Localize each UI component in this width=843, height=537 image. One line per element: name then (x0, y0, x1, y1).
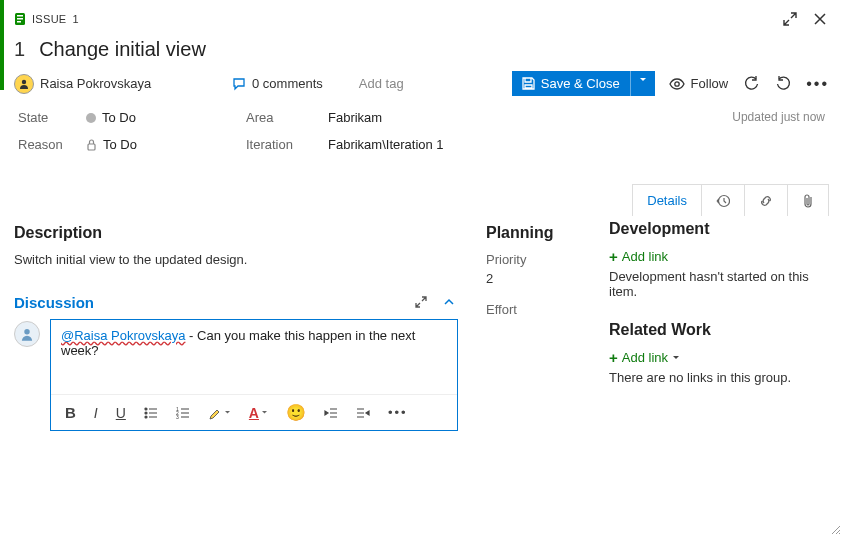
svg-rect-3 (17, 21, 21, 23)
state-text: To Do (102, 110, 136, 125)
related-add-link[interactable]: + Add link (609, 349, 829, 366)
avatar (14, 74, 34, 94)
reason-value[interactable]: To Do (86, 137, 226, 152)
reason-label: Reason (18, 137, 78, 152)
iteration-label: Iteration (246, 137, 316, 152)
assignee-name: Raisa Pokrovskaya (40, 76, 151, 91)
discussion-heading: Discussion (14, 294, 94, 311)
mention[interactable]: @Raisa Pokrovskaya (61, 328, 185, 343)
svg-point-9 (145, 408, 147, 410)
svg-point-5 (674, 81, 678, 85)
save-close-label: Save & Close (541, 76, 620, 91)
description-heading: Description (14, 224, 458, 242)
state-value[interactable]: To Do (86, 110, 226, 125)
close-icon[interactable] (811, 10, 829, 28)
save-close-button[interactable]: Save & Close (512, 71, 630, 96)
save-dropdown[interactable] (630, 71, 655, 96)
resize-grip[interactable] (829, 523, 841, 535)
priority-label: Priority (486, 252, 581, 267)
bullet-list-button[interactable] (144, 407, 158, 419)
priority-value[interactable]: 2 (486, 271, 581, 286)
issue-num-small: 1 (73, 13, 79, 25)
planning-heading: Planning (486, 224, 581, 242)
svg-rect-2 (17, 18, 23, 20)
undo-icon[interactable] (774, 75, 792, 93)
svg-text:3: 3 (176, 414, 179, 419)
editor-toolbar: B I U 123 A (51, 394, 457, 430)
dev-add-link-label: Add link (622, 249, 668, 264)
state-dot-icon (86, 113, 96, 123)
discussion-editor[interactable]: @Raisa Pokrovskaya - Can you make this h… (50, 319, 458, 431)
history-icon (716, 194, 730, 208)
issue-type-label: ISSUE (32, 13, 67, 25)
add-tag[interactable]: Add tag (359, 76, 404, 91)
plus-icon: + (609, 349, 618, 366)
dev-add-link[interactable]: + Add link (609, 248, 829, 265)
number-list-button[interactable]: 123 (176, 407, 190, 419)
follow-button[interactable]: Follow (669, 76, 729, 91)
plus-icon: + (609, 248, 618, 265)
font-color-button[interactable]: A (249, 405, 268, 421)
iteration-value[interactable]: Fabrikam\Iteration 1 (328, 137, 508, 152)
development-heading: Development (609, 220, 829, 238)
tab-attachments[interactable] (788, 185, 828, 216)
tab-details-label: Details (647, 193, 687, 208)
dev-empty-text: Development hasn't started on this item. (609, 269, 829, 299)
side-tabs: Details (632, 184, 829, 216)
expand-icon[interactable] (781, 10, 799, 28)
svg-rect-1 (17, 15, 23, 17)
editor-content[interactable]: @Raisa Pokrovskaya - Can you make this h… (51, 320, 457, 394)
assignee-picker[interactable]: Raisa Pokrovskaya (14, 74, 214, 94)
comment-icon (232, 77, 246, 91)
follow-icon (669, 78, 685, 90)
comments-label: 0 comments (252, 76, 323, 91)
area-label: Area (246, 110, 316, 125)
current-user-avatar (14, 321, 40, 347)
updated-label: Updated just now (732, 110, 829, 124)
follow-label: Follow (691, 76, 729, 91)
refresh-icon[interactable] (742, 75, 760, 93)
highlight-button[interactable] (208, 406, 231, 420)
discussion-expand-icon[interactable] (412, 293, 430, 311)
discussion-collapse-icon[interactable] (440, 293, 458, 311)
breadcrumb: ISSUE 1 (14, 12, 79, 26)
outdent-button[interactable] (324, 407, 338, 419)
related-empty-text: There are no links in this group. (609, 370, 829, 385)
save-close-split: Save & Close (512, 71, 655, 96)
iteration-text: Fabrikam\Iteration 1 (328, 137, 444, 152)
svg-point-4 (22, 79, 26, 83)
tab-history[interactable] (702, 185, 745, 216)
issue-id: 1 (14, 38, 25, 61)
svg-rect-6 (88, 144, 95, 150)
italic-button[interactable]: I (94, 405, 98, 421)
svg-point-10 (145, 412, 147, 414)
area-text: Fabrikam (328, 110, 382, 125)
area-value[interactable]: Fabrikam (328, 110, 508, 125)
attachment-icon (802, 193, 814, 208)
more-formatting[interactable]: ••• (388, 405, 408, 420)
issue-title[interactable]: Change initial view (39, 38, 206, 61)
link-icon (759, 194, 773, 208)
description-text[interactable]: Switch initial view to the updated desig… (14, 252, 458, 267)
reason-text: To Do (103, 137, 137, 152)
effort-label: Effort (486, 302, 581, 317)
related-add-link-label: Add link (622, 350, 668, 365)
comments-count[interactable]: 0 comments (232, 76, 323, 91)
indent-button[interactable] (356, 407, 370, 419)
state-label: State (18, 110, 78, 125)
more-actions[interactable]: ••• (806, 75, 829, 93)
save-icon (522, 77, 535, 90)
underline-button[interactable]: U (116, 405, 126, 421)
svg-point-11 (145, 416, 147, 418)
emoji-button[interactable]: 🙂 (286, 403, 306, 422)
related-heading: Related Work (609, 321, 829, 339)
issue-type-icon (14, 12, 26, 26)
accent-bar (0, 0, 4, 90)
tab-links[interactable] (745, 185, 788, 216)
lock-icon (86, 139, 97, 151)
bold-button[interactable]: B (65, 404, 76, 421)
svg-point-8 (24, 329, 29, 334)
tab-details[interactable]: Details (633, 185, 702, 216)
